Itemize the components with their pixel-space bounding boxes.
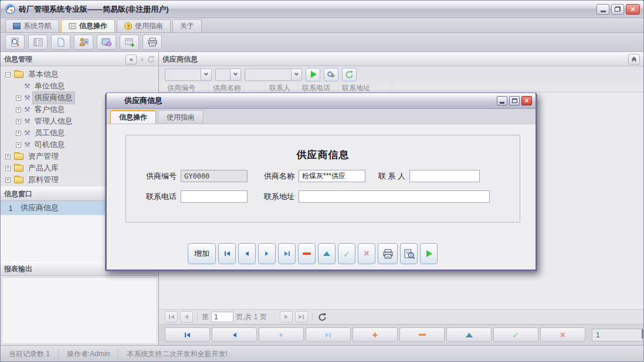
record-count-select[interactable]: 1 [592, 329, 643, 341]
nav-post-button[interactable]: ✓ [493, 327, 538, 342]
chevron-down-icon[interactable] [230, 69, 240, 80]
nav-cancel-button[interactable]: × [540, 327, 585, 342]
form-view-button[interactable] [28, 35, 48, 50]
dialog-close-button[interactable]: × [521, 96, 532, 105]
dialog-titlebar[interactable]: 供应商信息 × [107, 93, 535, 109]
next-icon [265, 251, 269, 256]
tab-user-guide[interactable]: ? 使用指南 [117, 19, 171, 32]
monitor-view-button[interactable] [97, 35, 116, 50]
filter-lookup-button[interactable] [324, 68, 338, 81]
restore-icon [615, 6, 621, 12]
printer-button[interactable] [143, 35, 162, 50]
prev-page-button[interactable] [180, 311, 193, 323]
tab-info-operation[interactable]: 信息操作 [61, 19, 115, 32]
tab-label: 系统导航 [23, 21, 52, 31]
chevron-down-icon[interactable] [642, 329, 643, 341]
dlg-execute-button[interactable] [420, 243, 438, 264]
dlg-prev-button[interactable] [238, 243, 256, 264]
filter-field-select[interactable] [165, 69, 212, 81]
first-icon [226, 251, 230, 256]
dialog-maximize-button[interactable] [509, 96, 520, 105]
dlg-post-button[interactable]: ✓ [338, 243, 355, 264]
filter-row [159, 66, 643, 83]
minimize-button[interactable] [596, 4, 609, 15]
expand-box-icon[interactable]: + [16, 131, 21, 136]
expand-box-icon[interactable]: + [16, 142, 21, 148]
dlg-first-button[interactable] [218, 243, 236, 264]
column-header-contact[interactable]: 联系人 [266, 83, 299, 92]
dlg-delete-button[interactable] [298, 243, 316, 264]
collapse-box-icon[interactable]: − [5, 72, 11, 77]
nav-edit-button[interactable] [446, 327, 492, 342]
contact-address-field[interactable] [299, 190, 490, 203]
expand-box-icon[interactable]: + [5, 177, 11, 183]
filter-operator-select[interactable] [215, 69, 241, 81]
dlg-last-button[interactable] [278, 243, 296, 264]
expand-box-icon[interactable]: + [5, 154, 11, 159]
tab-label: 信息操作 [79, 21, 107, 31]
expand-box-icon[interactable]: + [16, 107, 21, 112]
panel-collapse-button[interactable] [628, 54, 640, 64]
add-record-button[interactable]: 增加 [188, 243, 216, 264]
close-button[interactable]: × [626, 4, 640, 15]
nav-prev-button[interactable] [212, 327, 257, 342]
last-icon [284, 251, 288, 256]
tree-item-basic-info[interactable]: − 基本信息 [1, 69, 158, 80]
maximize-icon [512, 98, 517, 103]
supplier-id-field[interactable] [181, 170, 248, 182]
nav-last-button[interactable] [306, 327, 351, 342]
column-header-phone[interactable]: 联系电话 [299, 83, 338, 92]
expand-box-icon[interactable]: + [5, 166, 11, 171]
supplier-name-field[interactable] [299, 170, 365, 182]
page-number-input[interactable] [211, 312, 233, 322]
add-icon[interactable]: + [140, 55, 144, 64]
filter-refresh-button[interactable] [342, 68, 357, 81]
dlg-preview-button[interactable] [400, 243, 418, 264]
chevron-down-icon[interactable] [291, 69, 301, 80]
tab-system-navigation[interactable]: 系统导航 [5, 19, 59, 32]
chevron-down-icon[interactable] [201, 69, 211, 80]
sidebar-collapse-button[interactable]: « [126, 54, 137, 64]
user-report-button[interactable] [74, 35, 93, 50]
dialog-minimize-button[interactable] [497, 96, 507, 105]
filter-execute-button[interactable] [306, 68, 320, 81]
pagination-bar: 第 页,共 1 页 [159, 309, 643, 324]
nav-insert-button[interactable]: + [352, 327, 398, 342]
last-page-button[interactable] [295, 311, 308, 323]
column-header-address[interactable]: 联系地址 [338, 83, 392, 92]
next-page-button[interactable] [280, 311, 293, 323]
dialog-tab-user-guide[interactable]: 使用指南 [158, 110, 204, 124]
filter-value-select[interactable] [245, 69, 302, 81]
minus-icon [419, 334, 426, 336]
expand-box-icon[interactable]: + [16, 95, 21, 101]
refresh-icon[interactable] [147, 56, 155, 63]
first-page-button[interactable] [165, 311, 178, 323]
dlg-print-button[interactable] [378, 243, 398, 264]
column-header-empty [392, 83, 643, 92]
last-icon [326, 333, 329, 337]
column-header-supplier-name[interactable]: 供商名称 [209, 83, 266, 92]
reload-icon[interactable] [318, 313, 327, 322]
printer-icon [147, 37, 158, 47]
dialog-tab-info-operation[interactable]: 信息操作 [110, 110, 156, 124]
dlg-next-button[interactable] [258, 243, 276, 264]
nav-first-button[interactable] [165, 327, 210, 342]
tool-icon: ⚒ [24, 117, 30, 125]
new-document-button[interactable] [51, 35, 70, 50]
contact-person-field[interactable] [409, 170, 480, 182]
nav-next-button[interactable] [259, 327, 304, 342]
column-header-supplier-id[interactable]: 供商编号 [164, 83, 209, 92]
prev-icon [185, 315, 188, 319]
tab-about[interactable]: 关于 [172, 19, 202, 32]
expand-box-icon[interactable]: + [16, 119, 21, 124]
contact-phone-field[interactable] [181, 190, 248, 203]
dlg-edit-button[interactable] [318, 243, 335, 264]
dlg-cancel-button[interactable]: × [358, 243, 375, 264]
table-add-button[interactable] [120, 35, 139, 50]
nav-delete-button[interactable] [399, 327, 445, 342]
restore-button[interactable] [611, 4, 624, 15]
search-document-button[interactable] [5, 35, 25, 50]
tree-item-unit-info[interactable]: ⚒ 单位信息 [1, 80, 158, 92]
first-icon [171, 315, 174, 319]
tab-label: 使用指南 [135, 21, 163, 31]
